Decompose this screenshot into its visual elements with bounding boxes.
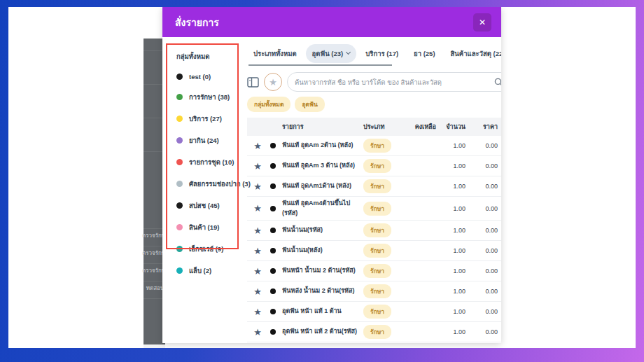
type-tab-label: สินค้าและวัสดุ (22): [451, 48, 501, 59]
category-sidebar-header: กลุ่มทั้งหมด: [176, 51, 241, 62]
item-quantity: 1.00: [436, 328, 465, 335]
item-price: 0.00: [465, 142, 498, 149]
modal-header: สั่งรายการ ✕: [162, 7, 501, 37]
table-row[interactable]: ★ ฟันน้ำนม(หลัง) รักษา 1.00 0.00: [247, 241, 501, 261]
favorite-star-icon[interactable]: ★: [247, 182, 268, 191]
column-header: รายการ: [282, 122, 363, 132]
item-price: 0.00: [465, 162, 498, 169]
category-item[interactable]: การรักษา (38): [176, 92, 241, 102]
table-header: รายการ ประเภท คงเหลือ จำนวน ราคา: [247, 118, 501, 136]
table-row[interactable]: ★ ฟันแท้ อุดAm 2ด้าน (หลัง) รักษา 1.00 0…: [247, 136, 501, 156]
type-tab[interactable]: ยา (25): [407, 44, 441, 63]
category-item-label: ยากิน (24): [189, 135, 219, 146]
type-tab[interactable]: อุดฟัน (23): [306, 44, 357, 63]
search-icon: [494, 78, 501, 87]
category-item-label: บริการ (27): [189, 113, 222, 124]
favorite-star-icon[interactable]: ★: [247, 141, 268, 151]
table-row[interactable]: ★ ฟันแท้ อุดAm 3 ด้าน (หลัง) รักษา 1.00 …: [247, 156, 501, 176]
favorite-star-icon[interactable]: ★: [247, 307, 268, 316]
page-background: ตรวจรักษ ตรวจรักษ ตรวจรักษ ทดสอบ สั่งราย…: [8, 7, 636, 348]
item-dot-icon: [270, 288, 276, 294]
item-quantity: 1.00: [436, 183, 465, 190]
item-name: ฟันแท้ อุดAm 2ด้าน (หลัง): [282, 141, 363, 151]
category-item-label: การรักษา (38): [189, 92, 230, 102]
category-item-label: เอ็กซเรย์ (9): [189, 244, 223, 254]
search-input[interactable]: [295, 78, 490, 86]
favorite-star-icon[interactable]: ★: [247, 246, 268, 256]
table-row[interactable]: ★ อุดฟัน หน้า แท้ 2 ด้าน(รหัส) รักษา 1.0…: [247, 322, 501, 342]
category-item[interactable]: สปสช (45): [176, 200, 241, 211]
item-name: ฟันหลัง น้ำนม 2 ด้าน(รหัส): [282, 286, 363, 296]
filter-chip[interactable]: กลุ่มทั้งหมด: [247, 97, 290, 112]
item-quantity: 1.00: [436, 142, 465, 149]
dimmed-nav-footer: [144, 344, 165, 348]
active-filter-chips: กลุ่มทั้งหมด อุดฟัน: [247, 97, 501, 112]
layout-view-button[interactable]: [247, 76, 259, 88]
favorite-star-icon[interactable]: ★: [247, 204, 268, 213]
dimmed-nav-label: ตรวจรักษ: [142, 231, 164, 240]
filter-chip[interactable]: อุดฟัน: [295, 97, 324, 112]
category-item[interactable]: ยากิน (24): [176, 135, 241, 146]
type-tab-label: อุดฟัน (23): [312, 48, 344, 59]
item-dot-icon: [270, 228, 276, 233]
category-item[interactable]: ศัลยกรรมช่องปาก (3): [176, 179, 241, 189]
item-dot-icon: [270, 163, 276, 169]
favorite-star-icon[interactable]: ★: [247, 162, 268, 171]
type-tab-label: ประเภททั้งหมด: [253, 48, 297, 59]
table-row[interactable]: ★ อุดฟัน หน้า แท้ 1 ด้าน รักษา 1.00 0.00: [247, 302, 501, 322]
item-quantity: 1.00: [436, 247, 465, 254]
type-tab[interactable]: ประเภททั้งหมด: [247, 44, 303, 63]
item-dot-icon: [270, 309, 276, 314]
category-dot-icon: [176, 181, 183, 187]
item-quantity: 1.00: [436, 308, 465, 315]
item-quantity: 1.00: [436, 288, 465, 295]
layout-view-icon: [247, 76, 259, 88]
close-button[interactable]: ✕: [473, 13, 491, 32]
modal-body: กลุ่มทั้งหมด test (0) การรักษา (38): [162, 37, 501, 343]
item-quantity: 1.00: [436, 205, 465, 212]
category-dot-icon: [176, 267, 183, 274]
favorite-star-icon[interactable]: ★: [247, 287, 268, 296]
type-tab[interactable]: บริการ (17): [359, 44, 405, 63]
gradient-frame: ตรวจรักษ ตรวจรักษ ตรวจรักษ ทดสอบ สั่งราย…: [0, 0, 644, 362]
order-modal: สั่งรายการ ✕ กลุ่มทั้งหมด test (0): [162, 7, 501, 343]
tabs-underline: [248, 64, 392, 66]
category-item[interactable]: เอ็กซเรย์ (9): [176, 244, 241, 254]
category-item-label: สปสช (45): [189, 200, 220, 211]
dimmed-nav-label: ตรวจรักษ: [142, 266, 164, 275]
table-row[interactable]: ★ ฟันหลัง น้ำนม 2 ด้าน(รหัส) รักษา 1.00 …: [247, 281, 501, 302]
item-type-badge: รักษา: [363, 284, 391, 298]
category-item-label: รายการชุด (10): [189, 157, 234, 167]
item-type-badge: รักษา: [363, 159, 391, 173]
table-row[interactable]: ★ ฟันแท้ อุดAm1ด้าน (หลัง) รักษา 1.00 0.…: [247, 176, 501, 197]
category-item[interactable]: บริการ (27): [176, 113, 241, 124]
item-name: ฟันแท้ อุดAm 3 ด้าน (หลัง): [282, 161, 363, 171]
favorite-filter-button[interactable]: ★: [264, 73, 282, 91]
category-item[interactable]: test (0): [176, 73, 241, 81]
favorite-star-icon[interactable]: ★: [247, 328, 268, 337]
column-header: จำนวน: [436, 122, 465, 132]
category-dot-icon: [176, 246, 183, 252]
category-item[interactable]: สินค้า (19): [176, 222, 241, 232]
table-row[interactable]: ★ ฟันน้ำนม(รหัส) รักษา 1.00 0.00: [247, 221, 501, 241]
favorite-star-icon[interactable]: ★: [247, 226, 268, 235]
table-row[interactable]: ★ อุดฟัน หน้า น้ำนม 1 รักษา 1.00 0.00: [247, 342, 501, 343]
item-name: อุดฟัน หน้า แท้ 1 ด้าน: [282, 307, 363, 316]
item-dot-icon: [270, 206, 276, 211]
item-dot-icon: [270, 183, 276, 189]
chevron-down-icon: [346, 50, 351, 55]
modal-content: ประเภททั้งหมด อุดฟัน (23) บริการ (17): [241, 37, 501, 343]
item-type-badge: รักษา: [363, 179, 391, 193]
table-row[interactable]: ★ ฟันหน้า น้ำนม 2 ด้าน(รหัส) รักษา 1.00 …: [247, 261, 501, 281]
search-box: [287, 72, 501, 92]
item-price: 0.00: [465, 227, 498, 234]
type-tab[interactable]: สินค้าและวัสดุ (22): [444, 44, 501, 63]
item-type-badge: รักษา: [363, 264, 391, 278]
favorite-star-icon[interactable]: ★: [247, 267, 268, 276]
item-dot-icon: [270, 268, 276, 274]
category-item[interactable]: รายการชุด (10): [176, 157, 241, 167]
category-item[interactable]: แล็บ (2): [176, 265, 241, 276]
item-price: 0.00: [465, 183, 498, 190]
table-row[interactable]: ★ ฟันแท้ อุดAm4ด้านขึ้นไป (รหัส) รักษา 1…: [247, 197, 501, 221]
type-tabs: ประเภททั้งหมด อุดฟัน (23) บริการ (17): [247, 43, 501, 64]
